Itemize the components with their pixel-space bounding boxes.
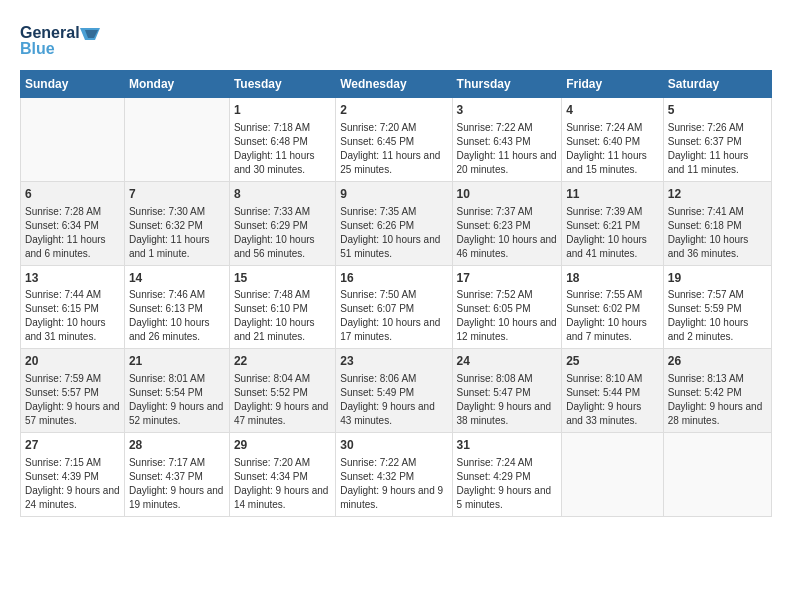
sunset: Sunset: 5:49 PM xyxy=(340,387,414,398)
daylight: Daylight: 9 hours and 24 minutes. xyxy=(25,485,120,510)
calendar-cell: 2Sunrise: 7:20 AMSunset: 6:45 PMDaylight… xyxy=(336,98,452,182)
day-number: 25 xyxy=(566,353,659,370)
calendar-cell: 18Sunrise: 7:55 AMSunset: 6:02 PMDayligh… xyxy=(562,265,664,349)
day-number: 6 xyxy=(25,186,120,203)
sunset: Sunset: 5:54 PM xyxy=(129,387,203,398)
calendar-cell: 30Sunrise: 7:22 AMSunset: 4:32 PMDayligh… xyxy=(336,433,452,517)
daylight: Daylight: 10 hours and 12 minutes. xyxy=(457,317,557,342)
calendar-cell: 25Sunrise: 8:10 AMSunset: 5:44 PMDayligh… xyxy=(562,349,664,433)
day-number: 1 xyxy=(234,102,331,119)
day-number: 21 xyxy=(129,353,225,370)
day-number: 31 xyxy=(457,437,558,454)
day-number: 4 xyxy=(566,102,659,119)
daylight: Daylight: 10 hours and 41 minutes. xyxy=(566,234,647,259)
calendar-cell: 6Sunrise: 7:28 AMSunset: 6:34 PMDaylight… xyxy=(21,181,125,265)
daylight: Daylight: 9 hours and 19 minutes. xyxy=(129,485,224,510)
sunset: Sunset: 6:43 PM xyxy=(457,136,531,147)
daylight: Daylight: 9 hours and 5 minutes. xyxy=(457,485,552,510)
daylight: Daylight: 11 hours and 25 minutes. xyxy=(340,150,440,175)
calendar-cell: 10Sunrise: 7:37 AMSunset: 6:23 PMDayligh… xyxy=(452,181,562,265)
day-number: 10 xyxy=(457,186,558,203)
day-number: 22 xyxy=(234,353,331,370)
sunrise: Sunrise: 7:18 AM xyxy=(234,122,310,133)
sunset: Sunset: 6:13 PM xyxy=(129,303,203,314)
daylight: Daylight: 11 hours and 20 minutes. xyxy=(457,150,557,175)
sunset: Sunset: 4:29 PM xyxy=(457,471,531,482)
sunset: Sunset: 4:34 PM xyxy=(234,471,308,482)
day-number: 27 xyxy=(25,437,120,454)
sunset: Sunset: 5:57 PM xyxy=(25,387,99,398)
calendar-cell: 4Sunrise: 7:24 AMSunset: 6:40 PMDaylight… xyxy=(562,98,664,182)
day-number: 12 xyxy=(668,186,767,203)
daylight: Daylight: 9 hours and 47 minutes. xyxy=(234,401,329,426)
sunset: Sunset: 5:52 PM xyxy=(234,387,308,398)
calendar-week-row: 20Sunrise: 7:59 AMSunset: 5:57 PMDayligh… xyxy=(21,349,772,433)
calendar-cell: 21Sunrise: 8:01 AMSunset: 5:54 PMDayligh… xyxy=(124,349,229,433)
sunset: Sunset: 6:48 PM xyxy=(234,136,308,147)
daylight: Daylight: 11 hours and 1 minute. xyxy=(129,234,210,259)
calendar-cell: 5Sunrise: 7:26 AMSunset: 6:37 PMDaylight… xyxy=(663,98,771,182)
daylight: Daylight: 10 hours and 31 minutes. xyxy=(25,317,106,342)
sunrise: Sunrise: 7:20 AM xyxy=(234,457,310,468)
calendar-table: SundayMondayTuesdayWednesdayThursdayFrid… xyxy=(20,70,772,517)
day-number: 2 xyxy=(340,102,447,119)
svg-text:Blue: Blue xyxy=(20,40,55,57)
sunset: Sunset: 5:44 PM xyxy=(566,387,640,398)
calendar-cell: 3Sunrise: 7:22 AMSunset: 6:43 PMDaylight… xyxy=(452,98,562,182)
sunrise: Sunrise: 7:57 AM xyxy=(668,289,744,300)
day-number: 29 xyxy=(234,437,331,454)
calendar-cell: 13Sunrise: 7:44 AMSunset: 6:15 PMDayligh… xyxy=(21,265,125,349)
sunset: Sunset: 4:39 PM xyxy=(25,471,99,482)
daylight: Daylight: 9 hours and 14 minutes. xyxy=(234,485,329,510)
sunset: Sunset: 4:32 PM xyxy=(340,471,414,482)
daylight: Daylight: 10 hours and 26 minutes. xyxy=(129,317,210,342)
daylight: Daylight: 9 hours and 38 minutes. xyxy=(457,401,552,426)
sunset: Sunset: 6:18 PM xyxy=(668,220,742,231)
calendar-cell: 28Sunrise: 7:17 AMSunset: 4:37 PMDayligh… xyxy=(124,433,229,517)
sunset: Sunset: 6:21 PM xyxy=(566,220,640,231)
day-number: 18 xyxy=(566,270,659,287)
calendar-cell xyxy=(562,433,664,517)
day-number: 20 xyxy=(25,353,120,370)
calendar-cell: 17Sunrise: 7:52 AMSunset: 6:05 PMDayligh… xyxy=(452,265,562,349)
sunrise: Sunrise: 7:48 AM xyxy=(234,289,310,300)
sunrise: Sunrise: 7:24 AM xyxy=(457,457,533,468)
daylight: Daylight: 10 hours and 36 minutes. xyxy=(668,234,749,259)
col-header-monday: Monday xyxy=(124,71,229,98)
logo-icon: General Blue xyxy=(20,20,110,60)
daylight: Daylight: 10 hours and 7 minutes. xyxy=(566,317,647,342)
sunrise: Sunrise: 7:46 AM xyxy=(129,289,205,300)
sunset: Sunset: 6:15 PM xyxy=(25,303,99,314)
daylight: Daylight: 9 hours and 52 minutes. xyxy=(129,401,224,426)
calendar-cell: 1Sunrise: 7:18 AMSunset: 6:48 PMDaylight… xyxy=(229,98,335,182)
calendar-cell: 26Sunrise: 8:13 AMSunset: 5:42 PMDayligh… xyxy=(663,349,771,433)
sunset: Sunset: 6:07 PM xyxy=(340,303,414,314)
day-number: 30 xyxy=(340,437,447,454)
calendar-cell: 23Sunrise: 8:06 AMSunset: 5:49 PMDayligh… xyxy=(336,349,452,433)
daylight: Daylight: 9 hours and 43 minutes. xyxy=(340,401,435,426)
daylight: Daylight: 11 hours and 11 minutes. xyxy=(668,150,749,175)
sunrise: Sunrise: 7:44 AM xyxy=(25,289,101,300)
col-header-tuesday: Tuesday xyxy=(229,71,335,98)
sunset: Sunset: 6:37 PM xyxy=(668,136,742,147)
sunset: Sunset: 5:42 PM xyxy=(668,387,742,398)
calendar-cell: 22Sunrise: 8:04 AMSunset: 5:52 PMDayligh… xyxy=(229,349,335,433)
daylight: Daylight: 10 hours and 51 minutes. xyxy=(340,234,440,259)
sunrise: Sunrise: 7:20 AM xyxy=(340,122,416,133)
sunrise: Sunrise: 7:39 AM xyxy=(566,206,642,217)
calendar-cell: 11Sunrise: 7:39 AMSunset: 6:21 PMDayligh… xyxy=(562,181,664,265)
sunrise: Sunrise: 7:22 AM xyxy=(340,457,416,468)
daylight: Daylight: 9 hours and 9 minutes. xyxy=(340,485,443,510)
day-number: 9 xyxy=(340,186,447,203)
day-number: 15 xyxy=(234,270,331,287)
calendar-cell: 24Sunrise: 8:08 AMSunset: 5:47 PMDayligh… xyxy=(452,349,562,433)
sunset: Sunset: 6:45 PM xyxy=(340,136,414,147)
calendar-cell: 20Sunrise: 7:59 AMSunset: 5:57 PMDayligh… xyxy=(21,349,125,433)
day-number: 23 xyxy=(340,353,447,370)
daylight: Daylight: 10 hours and 46 minutes. xyxy=(457,234,557,259)
sunrise: Sunrise: 7:26 AM xyxy=(668,122,744,133)
sunrise: Sunrise: 7:33 AM xyxy=(234,206,310,217)
daylight: Daylight: 10 hours and 56 minutes. xyxy=(234,234,315,259)
day-number: 14 xyxy=(129,270,225,287)
day-number: 13 xyxy=(25,270,120,287)
